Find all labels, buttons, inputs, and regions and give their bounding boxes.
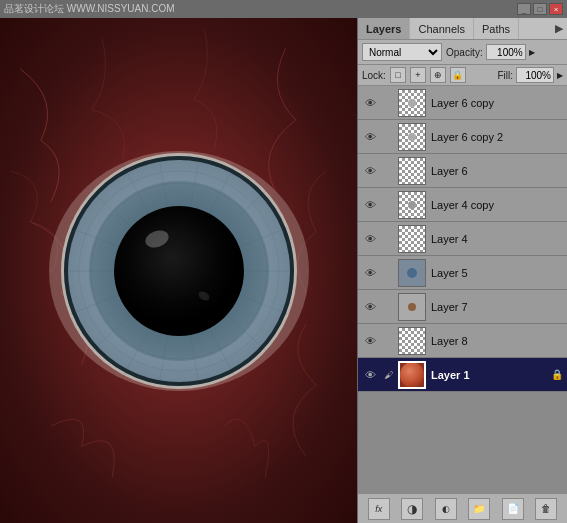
panel-arrow[interactable]: ▶: [551, 18, 567, 39]
blend-mode-select[interactable]: Normal Dissolve Multiply Screen Overlay: [362, 43, 442, 61]
opacity-row: Opacity: ▶: [446, 44, 535, 60]
add-mask-btn[interactable]: ◑: [401, 498, 423, 520]
opacity-label: Opacity:: [446, 47, 483, 58]
minimize-btn[interactable]: _: [517, 3, 531, 15]
layer-link: [380, 324, 396, 358]
layer-name: Layer 4: [428, 233, 565, 245]
eye-svg: [39, 131, 319, 411]
adjustment-layer-btn[interactable]: ◐: [435, 498, 457, 520]
lock-lock-btn[interactable]: 🔒: [450, 67, 466, 83]
title-bar-controls: _ □ ×: [517, 3, 563, 15]
layer-name: Layer 7: [428, 301, 565, 313]
layer-thumbnail: [398, 259, 426, 287]
layer-thumbnail: [398, 157, 426, 185]
layer-visibility-toggle[interactable]: 👁: [360, 154, 380, 188]
panel-tabs: Layers Channels Paths ▶: [358, 18, 567, 40]
layer-row-active[interactable]: 👁 🖌 Layer 1 🔒: [358, 358, 567, 392]
fill-row: Fill: ▶: [497, 67, 563, 83]
layers-list[interactable]: 👁 Layer 6 copy 👁 Layer 6 copy 2: [358, 86, 567, 493]
thumb-dot: [408, 303, 416, 311]
layer-lock-icon: 🔒: [551, 369, 565, 380]
layer-row[interactable]: 👁 Layer 7: [358, 290, 567, 324]
layer-thumbnail: [398, 191, 426, 219]
tab-channels[interactable]: Channels: [410, 18, 473, 39]
delete-layer-btn[interactable]: 🗑: [535, 498, 557, 520]
layer-thumbnail: [398, 361, 426, 389]
thumb-dot: [408, 99, 416, 107]
layers-panel: Layers Channels Paths ▶ Normal Dissolve …: [357, 18, 567, 523]
thumb-layer1: [400, 362, 424, 388]
thumb-dot: [408, 201, 416, 209]
new-layer-btn[interactable]: 📄: [502, 498, 524, 520]
fill-arrow[interactable]: ▶: [557, 71, 563, 80]
layer-visibility-toggle[interactable]: 👁: [360, 290, 380, 324]
title-bar: 品茗设计论坛 WWW.NISSYUAN.COM _ □ ×: [0, 0, 567, 18]
layer-name: Layer 6 copy 2: [428, 131, 565, 143]
layer-row[interactable]: 👁 Layer 4: [358, 222, 567, 256]
layer-visibility-toggle[interactable]: 👁: [360, 86, 380, 120]
layer-link: [380, 290, 396, 324]
title-text: 品茗设计论坛 WWW.NISSYUAN.COM: [4, 2, 175, 16]
layer-visibility-toggle[interactable]: 👁: [360, 324, 380, 358]
app-window: 品茗设计论坛 WWW.NISSYUAN.COM _ □ ×: [0, 0, 567, 523]
canvas-area: [0, 18, 357, 523]
opacity-input[interactable]: [486, 44, 526, 60]
tab-layers[interactable]: Layers: [358, 18, 410, 39]
maximize-btn[interactable]: □: [533, 3, 547, 15]
layer-visibility-toggle[interactable]: 👁: [360, 222, 380, 256]
lock-pixels-btn[interactable]: □: [390, 67, 406, 83]
lock-label: Lock:: [362, 70, 386, 81]
layer-link: [380, 188, 396, 222]
layer-row[interactable]: 👁 Layer 8: [358, 324, 567, 358]
layer-link: [380, 86, 396, 120]
layer-link: [380, 120, 396, 154]
fill-input[interactable]: [516, 67, 554, 83]
layer-group-btn[interactable]: 📁: [468, 498, 490, 520]
thumb-dot: [408, 133, 416, 141]
layer-thumbnail: [398, 327, 426, 355]
layer-row[interactable]: 👁 Layer 5: [358, 256, 567, 290]
layer-visibility-toggle[interactable]: 👁: [360, 188, 380, 222]
svg-point-26: [114, 206, 244, 336]
thumb-dot: [407, 268, 417, 278]
layer-row[interactable]: 👁 Layer 6 copy 2: [358, 120, 567, 154]
layer-link: [380, 222, 396, 256]
layer-thumbnail: [398, 225, 426, 253]
layer-row[interactable]: 👁 Layer 4 copy: [358, 188, 567, 222]
main-content: Layers Channels Paths ▶ Normal Dissolve …: [0, 18, 567, 523]
layer-thumbnail: [398, 123, 426, 151]
close-btn[interactable]: ×: [549, 3, 563, 15]
layer-visibility-toggle[interactable]: 👁: [360, 256, 380, 290]
layer-thumbnail: [398, 89, 426, 117]
fx-btn[interactable]: fx: [368, 498, 390, 520]
tab-paths[interactable]: Paths: [474, 18, 519, 39]
layer-link: [380, 154, 396, 188]
opacity-arrow[interactable]: ▶: [529, 48, 535, 57]
layer-name: Layer 5: [428, 267, 565, 279]
layer-name: Layer 8: [428, 335, 565, 347]
layer-row[interactable]: 👁 Layer 6: [358, 154, 567, 188]
layer-name: Layer 1: [428, 369, 551, 381]
layer-link: [380, 256, 396, 290]
layer-visibility-toggle[interactable]: 👁: [360, 358, 380, 392]
panel-bottom: fx ◑ ◐ 📁 📄 🗑: [358, 493, 567, 523]
layer-name: Layer 4 copy: [428, 199, 565, 211]
lock-row: Lock: □ + ⊕ 🔒 Fill: ▶: [358, 65, 567, 86]
eye-container: [39, 131, 319, 411]
lock-position-btn[interactable]: +: [410, 67, 426, 83]
layer-visibility-toggle[interactable]: 👁: [360, 120, 380, 154]
blend-mode-row: Normal Dissolve Multiply Screen Overlay …: [358, 40, 567, 65]
layer-thumbnail: [398, 293, 426, 321]
layer-name: Layer 6: [428, 165, 565, 177]
layer-link-brush: 🖌: [380, 358, 396, 392]
lock-all-btn[interactable]: ⊕: [430, 67, 446, 83]
fill-label: Fill:: [497, 70, 513, 81]
layer-row[interactable]: 👁 Layer 6 copy: [358, 86, 567, 120]
layer-name: Layer 6 copy: [428, 97, 565, 109]
